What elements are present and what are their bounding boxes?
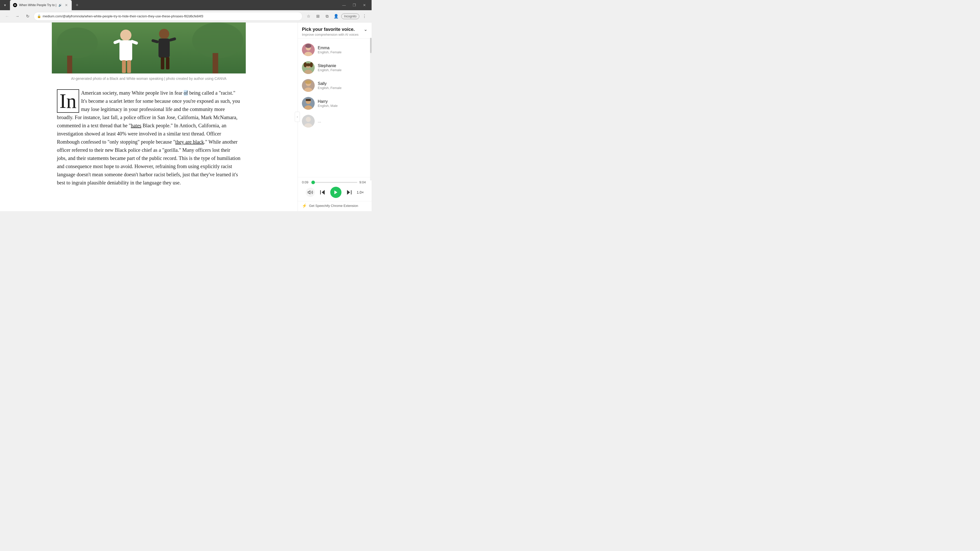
- tab-group: M When White People Try to | 🔊 ✕: [10, 0, 72, 10]
- tab-search-button[interactable]: ⊞: [313, 12, 322, 21]
- voice-item-emma[interactable]: Emma English, Female: [298, 41, 372, 59]
- tab-close-button[interactable]: ✕: [64, 3, 68, 7]
- voice-info-unknown: ...: [318, 119, 368, 124]
- browser-frame: ▾ M When White People Try to | 🔊 ✕ + — ❐…: [0, 0, 372, 211]
- voice-list: Emma English, Female: [298, 39, 372, 177]
- svg-marker-42: [347, 190, 350, 195]
- highlighted-word: of: [184, 90, 188, 96]
- panel-chevron-icon[interactable]: ⌄: [364, 27, 368, 32]
- tab-audio-icon: 🔊: [59, 3, 62, 7]
- play-button[interactable]: [330, 187, 342, 198]
- lock-icon: 🔒: [37, 14, 41, 18]
- svg-point-1: [57, 27, 98, 58]
- avatar-emma: [302, 43, 315, 56]
- avatar-stephanie: [302, 61, 315, 74]
- total-time: 9:04: [360, 180, 368, 184]
- voice-name-stephanie: Stephanie: [318, 64, 368, 68]
- svg-rect-6: [119, 40, 132, 61]
- article-main[interactable]: AI-generated photo of a Black and White …: [0, 22, 298, 211]
- tab-switcher-button[interactable]: ▾: [2, 3, 8, 7]
- speed-control[interactable]: 1.0×: [357, 190, 364, 194]
- close-button[interactable]: ✕: [361, 2, 368, 8]
- panel-collapse-button[interactable]: ›: [295, 112, 300, 122]
- progress-bar[interactable]: [312, 182, 357, 183]
- hates-link[interactable]: hates: [131, 123, 142, 128]
- next-button[interactable]: [345, 189, 353, 196]
- voice-name-harry: Harry: [318, 99, 368, 104]
- menu-button[interactable]: ⋮: [360, 12, 369, 21]
- address-bar: ← → ↻ 🔒 medium.com/@allyfromnola/when-wh…: [0, 10, 372, 22]
- voice-item-more[interactable]: ...: [298, 112, 372, 130]
- speaker-button[interactable]: [306, 188, 315, 197]
- voice-info-emma: Emma English, Female: [318, 46, 368, 54]
- voice-name-unknown: ...: [318, 119, 368, 124]
- player-controls: 0:09 9:04: [298, 177, 372, 201]
- tab-title: When White People Try to |: [19, 3, 56, 7]
- bookmark-button[interactable]: ☆: [304, 12, 313, 21]
- article-body: In American society, many White people l…: [52, 84, 246, 197]
- panel-scrollbar[interactable]: [370, 38, 372, 181]
- hero-illustration: [52, 22, 246, 73]
- progress-dot: [311, 181, 315, 184]
- svg-marker-38: [308, 191, 310, 194]
- image-caption: AI-generated photo of a Black and White …: [52, 76, 246, 81]
- hero-svg: [52, 22, 246, 73]
- voice-name-sally: Sally: [318, 81, 368, 86]
- speechify-panel: › Pick your favorite voice. ⌄ Improve co…: [298, 22, 372, 211]
- svg-point-11: [159, 29, 169, 39]
- voice-lang-emma: English, Female: [318, 50, 368, 54]
- address-input-wrap[interactable]: 🔒 medium.com/@allyfromnola/when-white-pe…: [34, 12, 302, 21]
- svg-point-2: [192, 22, 243, 58]
- voice-name-emma: Emma: [318, 46, 368, 50]
- panel-header: Pick your favorite voice. ⌄ Improve comp…: [298, 22, 372, 39]
- svg-point-5: [120, 30, 131, 41]
- svg-rect-12: [159, 38, 170, 58]
- drop-cap: In: [57, 89, 79, 113]
- progress-row: 0:09 9:04: [302, 180, 368, 184]
- svg-rect-15: [161, 57, 164, 69]
- voice-item-stephanie[interactable]: Stephanie English, Female: [298, 59, 372, 76]
- svg-rect-10: [127, 60, 131, 73]
- tab-favicon: M: [13, 3, 17, 7]
- forward-button[interactable]: →: [13, 12, 21, 21]
- toolbar-icons: ☆ ⊞ ⧉ 👤 Incognito ⋮: [304, 12, 369, 21]
- voice-item-harry[interactable]: Harry English, Male: [298, 94, 372, 112]
- svg-point-26: [305, 63, 311, 66]
- split-view-button[interactable]: ⧉: [323, 12, 331, 21]
- avatar-harry: [302, 97, 315, 110]
- voice-item-sally[interactable]: Sally English, Female: [298, 76, 372, 94]
- active-tab[interactable]: M When White People Try to | 🔊 ✕: [10, 0, 72, 10]
- svg-rect-34: [306, 99, 311, 101]
- svg-rect-16: [166, 57, 169, 69]
- window-controls: — ❐ ✕: [341, 2, 369, 8]
- new-tab-button[interactable]: +: [74, 3, 81, 8]
- back-button[interactable]: ←: [3, 12, 11, 21]
- voice-info-sally: Sally English, Female: [318, 81, 368, 90]
- hero-image: AI-generated photo of a Black and White …: [52, 22, 246, 81]
- svg-marker-41: [334, 191, 337, 194]
- restore-button[interactable]: ❐: [351, 2, 357, 8]
- current-time: 0:09: [302, 180, 310, 184]
- svg-point-20: [305, 44, 311, 48]
- incognito-badge[interactable]: Incognito: [341, 14, 360, 19]
- reload-button[interactable]: ↻: [24, 12, 32, 21]
- voice-lang-sally: English, Female: [318, 86, 368, 90]
- panel-subtitle: Improve comprehension with AI voices: [302, 33, 368, 37]
- they-are-black-link[interactable]: they are black: [175, 139, 204, 144]
- extension-row[interactable]: ⚡ Get Speechify Chrome Extension: [298, 201, 372, 211]
- voice-lang-harry: English, Male: [318, 104, 368, 108]
- avatar-unknown: [302, 115, 315, 127]
- svg-rect-9: [122, 60, 126, 73]
- minimize-button[interactable]: —: [341, 2, 347, 8]
- panel-title: Pick your favorite voice.: [302, 27, 355, 32]
- svg-marker-39: [321, 190, 325, 195]
- scrollbar-thumb: [370, 38, 372, 53]
- svg-point-30: [305, 80, 312, 84]
- title-bar: ▾ M When White People Try to | 🔊 ✕ + — ❐…: [0, 0, 372, 10]
- panel-title-row: Pick your favorite voice. ⌄: [302, 27, 368, 32]
- voice-info-harry: Harry English, Male: [318, 99, 368, 108]
- profile-button[interactable]: 👤: [332, 12, 340, 21]
- prev-button[interactable]: [319, 189, 326, 196]
- svg-rect-3: [67, 56, 72, 73]
- svg-rect-4: [213, 53, 218, 73]
